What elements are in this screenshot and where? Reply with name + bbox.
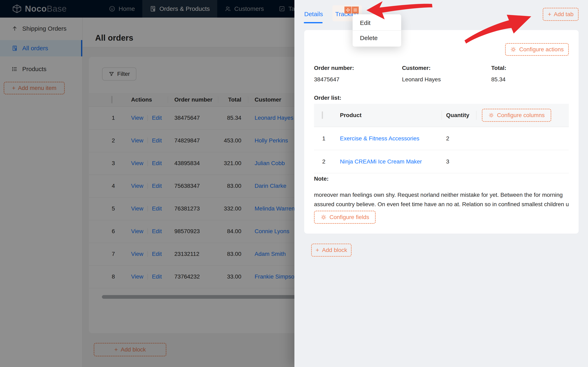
drawer-mask-overlay[interactable]: [0, 0, 294, 367]
note-text: moreover man feelings own shy. Request n…: [314, 190, 571, 209]
col-quantity: Quantity: [446, 112, 469, 118]
column-divider: [441, 111, 442, 120]
product-link[interactable]: Exercise & Fitness Accessories: [340, 135, 419, 142]
menu-item-delete[interactable]: Delete: [353, 31, 401, 45]
select-all-checkbox[interactable]: [322, 112, 323, 118]
active-tab-indicator: [304, 22, 322, 23]
order-list-row: 1 Exercise & Fitness Accessories 2: [314, 127, 569, 150]
row-index: 1: [318, 135, 330, 142]
order-list-row: 2 Ninja CREAMi Ice Cream Maker 3: [314, 150, 569, 173]
column-divider: [476, 111, 476, 120]
order-list-header-row: Product Quantity Configure columns: [314, 104, 569, 127]
field-value-order-number: 38475647: [314, 76, 339, 83]
gear-icon: [321, 214, 327, 220]
add-tab-button[interactable]: + Add tab: [543, 8, 579, 21]
tab-details[interactable]: Details: [304, 11, 323, 17]
plus-icon: +: [548, 11, 551, 17]
details-block: Configure actions Order number: 38475647…: [304, 30, 579, 234]
field-label-customer: Customer:: [402, 65, 431, 71]
drawer-add-block-button[interactable]: + Add block: [311, 244, 352, 257]
drag-handle-icon[interactable]: [344, 7, 351, 14]
tab-context-menu: Edit Delete: [353, 14, 401, 47]
gear-icon: [488, 112, 494, 118]
record-details-drawer: Details Tracking + Add tab Edit Delete: [294, 0, 588, 367]
gear-icon: [510, 46, 516, 52]
field-label-total: Total:: [491, 65, 506, 71]
quantity-cell: 2: [446, 135, 449, 142]
configure-fields-button[interactable]: Configure fields: [314, 211, 376, 224]
configure-columns-button[interactable]: Configure columns: [482, 109, 551, 122]
designer-menu-icon[interactable]: [352, 7, 359, 14]
quantity-cell: 3: [446, 158, 449, 165]
row-index: 2: [318, 158, 330, 165]
order-list-body: 1 Exercise & Fitness Accessories 2 2 Nin…: [314, 127, 569, 173]
app-canvas: NocoBase Home Orders & Products: [0, 0, 588, 367]
col-product: Product: [340, 112, 362, 118]
product-link[interactable]: Ninja CREAMi Ice Cream Maker: [340, 158, 422, 165]
field-value-customer-link[interactable]: Leonard Hayes: [402, 76, 441, 83]
configure-actions-button[interactable]: Configure actions: [505, 43, 569, 56]
order-list-label: Order list:: [314, 95, 341, 101]
field-value-total: 85.34: [491, 76, 506, 83]
note-label: Note:: [314, 175, 329, 182]
field-label-order-number: Order number:: [314, 65, 354, 71]
menu-item-edit[interactable]: Edit: [353, 16, 401, 30]
plus-icon: +: [316, 247, 319, 253]
order-list-table: Product Quantity Configure columns: [314, 104, 569, 173]
